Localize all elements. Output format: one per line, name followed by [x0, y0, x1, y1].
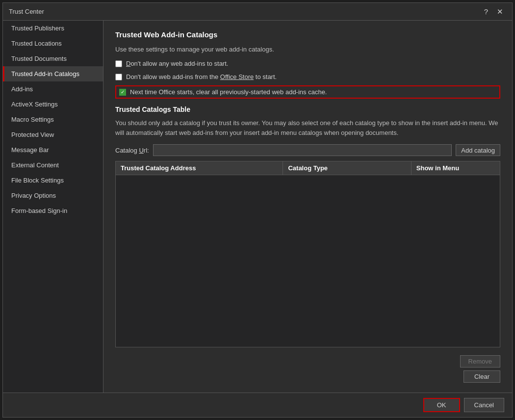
cancel-button[interactable]: Cancel — [464, 398, 504, 412]
col-header-menu: Show in Menu — [412, 161, 500, 175]
sidebar-item-protected-view[interactable]: Protected View — [3, 127, 103, 142]
catalog-url-input[interactable] — [153, 144, 452, 156]
checkbox-no-office-store-label[interactable]: Don't allow web add-ins from the Office … — [126, 73, 277, 80]
help-button[interactable]: ? — [481, 7, 491, 16]
col-header-type: Catalog Type — [283, 161, 411, 175]
col-header-address: Trusted Catalog Address — [116, 161, 283, 175]
bottom-buttons: Remove Clear — [115, 355, 500, 383]
dialog-footer: OK Cancel — [3, 393, 512, 417]
close-button[interactable]: ✕ — [494, 7, 506, 16]
title-bar-left: Trust Center — [9, 8, 44, 15]
dialog-title: Trust Center — [9, 8, 44, 15]
clear-button[interactable]: Clear — [464, 370, 500, 383]
checkbox-row-2: Don't allow web add-ins from the Office … — [115, 72, 500, 81]
sidebar-item-trusted-locations[interactable]: Trusted Locations — [3, 36, 103, 51]
sidebar-item-file-block-settings[interactable]: File Block Settings — [3, 173, 103, 188]
sidebar-item-trusted-documents[interactable]: Trusted Documents — [3, 51, 103, 66]
sidebar-item-trusted-add-in-catalogs[interactable]: Trusted Add-in Catalogs — [3, 66, 103, 81]
checkbox-no-addins-label[interactable]: Don't allow any web add-ins to start. — [126, 60, 228, 67]
sidebar-item-activex-settings[interactable]: ActiveX Settings — [3, 97, 103, 112]
catalog-url-label: Catalog Url: — [115, 147, 149, 154]
sidebar-item-privacy-options[interactable]: Privacy Options — [3, 188, 103, 203]
checkbox-row-1: Don't allow any web add-ins to start. — [115, 59, 500, 68]
catalog-url-row: Catalog Url: Add catalog — [115, 144, 500, 156]
title-bar-controls: ? ✕ — [481, 7, 506, 16]
checkmark-green-icon: ✓ — [119, 89, 126, 96]
checkbox-no-addins[interactable] — [115, 60, 122, 67]
checkbox-row-3-highlighted: ✓ Next time Office starts, clear all pre… — [115, 85, 500, 99]
catalog-table-wrapper: Trusted Catalog Address Catalog Type Sho… — [115, 161, 500, 347]
checkbox-clear-cache-label[interactable]: Next time Office starts, clear all previ… — [130, 88, 327, 96]
sidebar-item-form-based-sign-in[interactable]: Form-based Sign-in — [3, 203, 103, 218]
sidebar-item-message-bar[interactable]: Message Bar — [3, 142, 103, 158]
section-title: Trusted Web Add-in Catalogs — [115, 30, 500, 39]
add-catalog-button[interactable]: Add catalog — [456, 144, 500, 156]
description-text: Use these settings to manage your web ad… — [115, 46, 500, 53]
remove-button[interactable]: Remove — [460, 355, 500, 368]
table-header-row: Trusted Catalog Address Catalog Type Sho… — [116, 161, 500, 175]
ok-button[interactable]: OK — [423, 398, 460, 412]
sidebar: Trusted Publishers Trusted Locations Tru… — [3, 21, 103, 393]
sidebar-item-trusted-publishers[interactable]: Trusted Publishers — [3, 21, 103, 36]
title-bar: Trust Center ? ✕ — [3, 3, 512, 21]
catalog-description: You should only add a catalog if you tru… — [115, 118, 500, 137]
sidebar-item-external-content[interactable]: External Content — [3, 158, 103, 173]
sidebar-item-add-ins[interactable]: Add-ins — [3, 81, 103, 97]
table-body-empty — [116, 175, 500, 347]
dialog-body: Trusted Publishers Trusted Locations Tru… — [3, 21, 512, 393]
main-content: Trusted Web Add-in Catalogs Use these se… — [103, 21, 512, 393]
checkbox-no-office-store[interactable] — [115, 74, 122, 80]
sidebar-item-macro-settings[interactable]: Macro Settings — [3, 112, 103, 127]
trust-center-dialog: Trust Center ? ✕ Trusted Publishers Trus… — [2, 2, 513, 418]
subsection-title: Trusted Catalogs Table — [115, 105, 500, 113]
